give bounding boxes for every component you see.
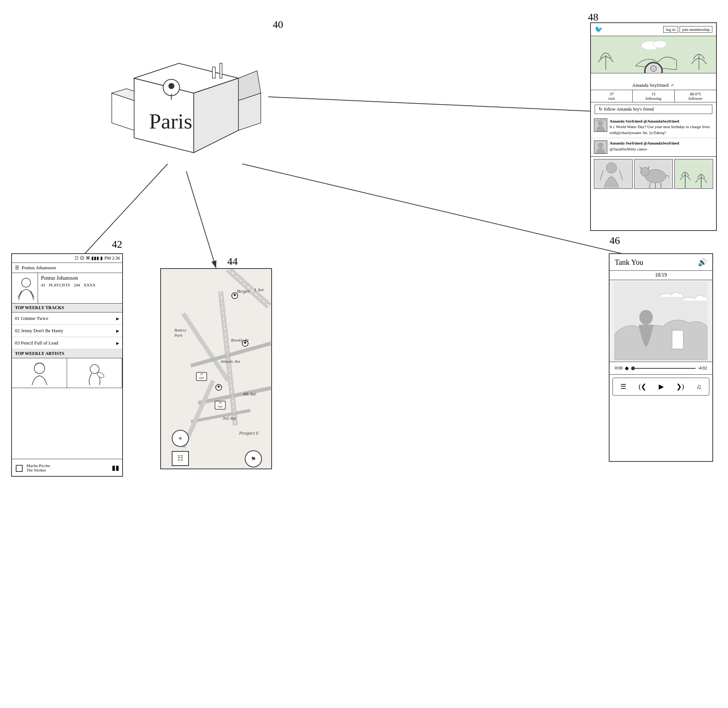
followers-label: follower (676, 96, 715, 101)
artist-cell-2 (67, 358, 122, 388)
svg-rect-80 (677, 160, 710, 188)
track-row-2[interactable]: 02 Jenny Don't Be Hasty ▶ (12, 325, 122, 337)
pause-button[interactable]: ▮▮ (112, 464, 119, 472)
fig42-label: 42 (112, 238, 122, 250)
tweet-2: Amanda Seyfrined @AmandaSeyfrined @Sarah… (591, 138, 716, 156)
tweet-1: Amanda Seyfrined @AmandaSeyfrined It c W… (591, 116, 716, 138)
menu-bar[interactable]: ☰ Pontus Johansson (12, 263, 122, 273)
user-stats: 37 twit 15 following 48.075 follower (591, 90, 716, 102)
fig48-label: 48 (588, 11, 598, 23)
hamburger-icon: ☰ (15, 265, 19, 271)
svg-point-69 (598, 121, 603, 126)
fig46-label: 46 (610, 235, 620, 247)
song-title: Tank You (615, 258, 643, 267)
phone-46-player: Tank You 🔊 18/19 0:00 ◆ -4:02 ☰ (❮ ▶ (609, 253, 713, 462)
xxxx-label: XXXX (84, 283, 96, 287)
image-gallery (591, 156, 716, 191)
time-start: 0:00 (615, 365, 623, 371)
follow-label: follow Amanda Sey's friend (604, 107, 654, 112)
list-button[interactable]: ☰ (617, 381, 629, 392)
tweet-2-text: Amanda Seyfrined @AmandaSeyfrined @Sarah… (610, 140, 679, 154)
track-arrow-1: ▶ (116, 317, 119, 321)
music-note-icon[interactable]: ♫ (693, 381, 705, 392)
track-row-3[interactable]: 03 Pencil Full of Lead ▶ (12, 337, 122, 349)
svg-line-2 (268, 97, 604, 112)
tweet-2-content: @SarahSoWitty cance- (610, 147, 648, 151)
svg-text:4th Ave: 4th Ave (243, 391, 256, 397)
tweet-1-avatar (594, 118, 607, 132)
now-playing-title: Machu Picchu (26, 463, 109, 468)
now-playing-artist: The Strokes (26, 468, 109, 472)
tweets-count: 37 (592, 92, 631, 96)
bird-icon: 🐦 (595, 25, 603, 34)
tweet-1-content: It c World Water Day? Use your next birt… (610, 124, 710, 134)
next-button[interactable]: ❯) (673, 381, 687, 392)
play-button[interactable]: ▶ (656, 381, 667, 392)
tweet-2-avatar (594, 140, 607, 154)
track-title-1: 01 Gimme Twice (15, 315, 48, 321)
svg-point-38 (218, 385, 220, 388)
svg-text:Prospect E: Prospect E (239, 431, 259, 436)
svg-point-61 (639, 310, 653, 325)
svg-text:13: 13 (200, 373, 203, 375)
svg-point-34 (234, 294, 236, 296)
follow-button[interactable]: ↻ follow Amanda Sey's friend (595, 105, 712, 114)
gallery-img-2 (634, 159, 673, 189)
menu-user-name: Pontus Johansson (22, 265, 56, 271)
progress-bar[interactable] (631, 368, 695, 369)
prev-button[interactable]: (❮ (636, 381, 649, 392)
profile-stats: 43 PLAYLISTS 244 XXXX (41, 283, 119, 287)
status-bar: ☷ ☹ ⌘ ▮▮▮ ▮ PM 2:36 (12, 254, 122, 263)
track-row-1[interactable]: 01 Gimme Twice ▶ (12, 312, 122, 325)
paris-illustration: 40 Paris (104, 22, 298, 179)
profile-name: Pontus Johansson (41, 275, 119, 281)
user-name-row: Amanda Seyfrined ✔ (591, 73, 716, 90)
follow-icon: ↻ (599, 107, 602, 112)
player-header: Tank You 🔊 (610, 254, 712, 271)
top-artists-header: TOP WEEKLY ARTISTS (12, 349, 122, 358)
join-button[interactable]: join membership (680, 26, 712, 33)
stat-tweets: 37 twit (591, 90, 633, 102)
svg-text:Paris: Paris (149, 109, 192, 133)
svg-text:18: 18 (219, 401, 222, 404)
volume-icon[interactable]: 🔊 (698, 258, 707, 267)
svg-text:☷: ☷ (177, 454, 183, 462)
svg-rect-13 (212, 67, 215, 78)
svg-text:Park: Park (174, 333, 183, 337)
user-avatar (644, 62, 663, 73)
playlists-count: 43 (41, 283, 45, 287)
svg-text:3rd Ave: 3rd Ave (222, 416, 236, 421)
svg-point-71 (598, 143, 603, 148)
progress-row: 0:00 ◆ -4:02 (610, 362, 712, 375)
svg-text:Battery: Battery (174, 328, 186, 332)
xxxx-count: 244 (74, 283, 80, 287)
track-arrow-2: ▶ (116, 329, 119, 333)
status-icons: ☷ ☹ ⌘ ▮▮▮ ▮ (75, 255, 103, 261)
profile-info: Pontus Johansson 43 PLAYLISTS 244 XXXX (38, 273, 122, 303)
user-name: Amanda Seyfrined (632, 82, 669, 88)
now-playing-info: Machu Picchu The Strokes (26, 463, 109, 472)
svg-text:1 Ave: 1 Ave (254, 287, 264, 292)
fig40-label: 40 (273, 19, 283, 31)
now-playing-bar[interactable]: ◻ Machu Picchu The Strokes ▮▮ (12, 459, 122, 476)
playlists-label: PLAYLISTS (49, 283, 70, 287)
login-button[interactable]: log in (663, 26, 678, 33)
phone-44-map: 13 mph 18 mph Bergen Battery Park Brookl… (160, 268, 272, 469)
album-icon: ◻ (15, 461, 23, 474)
track-title-3: 03 Pencil Full of Lead (15, 340, 58, 346)
svg-point-19 (22, 278, 31, 287)
svg-point-16 (168, 83, 174, 89)
stat-following: 15 following (633, 90, 674, 102)
cover-photo (591, 36, 716, 73)
svg-text:Atlantic Ave: Atlantic Ave (220, 359, 240, 363)
progress-diamond: ◆ (625, 365, 629, 371)
time-end: -4:02 (698, 365, 707, 371)
status-time: PM 2:36 (104, 255, 120, 261)
tweet-1-author: Amanda Seyfrined @AmandaSeyfrined (610, 119, 679, 123)
phone-48-social: 🐦 log in join membership (590, 22, 717, 231)
following-label: following (634, 96, 672, 101)
tweet-1-text: Amanda Seyfrined @AmandaSeyfrined It c W… (610, 118, 713, 136)
svg-point-73 (606, 163, 617, 173)
svg-rect-14 (220, 63, 222, 78)
track-title-2: 02 Jenny Don't Be Hasty (15, 328, 63, 334)
